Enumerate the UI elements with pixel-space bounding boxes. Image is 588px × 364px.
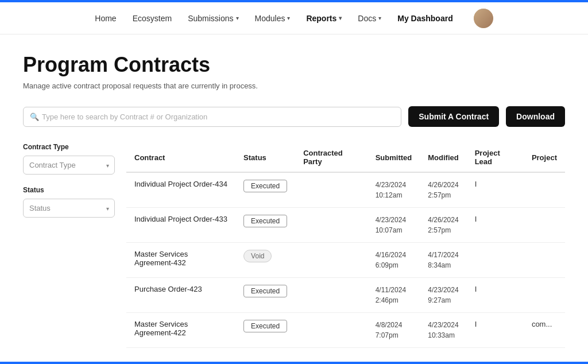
nav-links: Home Ecosystem Submissions ▾ Modules ▾ R… [95,9,493,28]
cell-contract: Individual Project Order-434 [126,172,235,208]
cell-status: Executed [235,208,295,243]
cell-modified: 4/26/20242:57pm [420,208,466,243]
col-project-lead: Project Lead [467,143,524,172]
cell-contracted-party [295,208,368,243]
cell-project-lead: I [467,208,524,243]
cell-status: Executed [235,313,295,348]
nav-item-docs[interactable]: Docs ▾ [358,14,381,23]
modules-chevron-icon: ▾ [287,15,290,21]
cell-modified: 4/23/20249:27am [420,278,466,313]
contracts-table: Contract Status Contracted Party Submitt… [126,143,565,348]
cell-project [524,243,565,278]
cell-modified: 4/17/20248:34am [420,243,466,278]
nav-label-docs: Docs [358,14,376,23]
cell-project: com... [524,313,565,348]
filter-contract-type-group: Contract Type Contract Type ▾ [23,143,115,175]
cell-submitted: 4/8/20247:07pm [368,313,420,348]
filter-status-wrap: Status ▾ [23,199,115,218]
cell-submitted: 4/11/20242:46pm [368,278,420,313]
nav-item-ecosystem[interactable]: Ecosystem [133,14,172,23]
col-contract: Contract [126,143,235,172]
sidebar-filters: Contract Type Contract Type ▾ Status Sta… [23,143,126,348]
cell-project-lead [467,243,524,278]
page-title: Program Contracts [23,53,565,77]
cell-contract: Individual Project Order-433 [126,208,235,243]
search-icon: 🔍 [30,113,39,121]
cell-project [524,208,565,243]
cell-contracted-party [295,243,368,278]
table-row[interactable]: Master Services Agreement-422 Executed 4… [126,313,565,348]
cell-project [524,172,565,208]
submissions-chevron-icon: ▾ [236,15,239,21]
filter-contract-type-wrap: Contract Type ▾ [23,156,115,175]
col-submitted: Submitted [368,143,420,172]
docs-chevron-icon: ▾ [378,15,381,21]
col-project: Project [524,143,565,172]
controls-row: 🔍 Submit A Contract Download [23,106,565,127]
table-row[interactable]: Purchase Order-423 Executed 4/11/20242:4… [126,278,565,313]
cell-contracted-party [295,278,368,313]
nav-label-submissions: Submissions [188,14,233,23]
bottom-border [0,362,588,364]
cell-project-lead: I [467,278,524,313]
cell-contracted-party [295,313,368,348]
filter-contract-type-select[interactable]: Contract Type [23,156,115,175]
cell-submitted: 4/23/202410:07am [368,208,420,243]
cell-modified: 4/26/20242:57pm [420,172,466,208]
download-button[interactable]: Download [506,106,565,127]
cell-contract: Purchase Order-423 [126,278,235,313]
nav-item-home[interactable]: Home [95,14,116,23]
search-wrap: 🔍 [23,107,401,127]
cell-contract: Master Services Agreement-432 [126,243,235,278]
nav-label-ecosystem: Ecosystem [133,14,172,23]
cell-status: Void [235,243,295,278]
cell-submitted: 4/16/20246:09pm [368,243,420,278]
cell-submitted: 4/23/202410:12am [368,172,420,208]
avatar [474,9,493,28]
cell-project-lead: I [467,313,524,348]
filter-contract-type-label: Contract Type [23,143,115,151]
avatar-image [474,9,493,28]
filter-status-group: Status Status ▾ [23,186,115,218]
filter-status-select[interactable]: Status [23,199,115,218]
page-content: Program Contracts Manage active contract… [0,34,588,364]
cell-contracted-party [295,172,368,208]
cell-modified: 4/23/202410:33am [420,313,466,348]
navbar: Home Ecosystem Submissions ▾ Modules ▾ R… [0,2,588,34]
page-subtitle: Manage active contract proposal requests… [23,82,565,90]
table-row[interactable]: Individual Project Order-434 Executed 4/… [126,172,565,208]
col-modified: Modified [420,143,466,172]
table-row[interactable]: Individual Project Order-433 Executed 4/… [126,208,565,243]
nav-item-dashboard[interactable]: My Dashboard [397,14,452,23]
cell-project [524,278,565,313]
col-status: Status [235,143,295,172]
table-header: Contract Status Contracted Party Submitt… [126,143,565,172]
nav-item-submissions[interactable]: Submissions ▾ [188,14,238,23]
reports-chevron-icon: ▾ [339,15,342,21]
nav-label-modules: Modules [255,14,285,23]
cell-status: Executed [235,172,295,208]
col-contracted-party: Contracted Party [295,143,368,172]
main-layout: Contract Type Contract Type ▾ Status Sta… [23,143,565,348]
nav-item-reports[interactable]: Reports ▾ [306,14,342,23]
nav-item-modules[interactable]: Modules ▾ [255,14,291,23]
submit-contract-button[interactable]: Submit A Contract [408,106,499,127]
nav-label-home: Home [95,14,116,23]
nav-label-dashboard: My Dashboard [397,14,452,23]
search-input[interactable] [23,107,401,127]
filter-status-label: Status [23,186,115,194]
table-wrap: Contract Status Contracted Party Submitt… [126,143,565,348]
table-row[interactable]: Master Services Agreement-432 Void 4/16/… [126,243,565,278]
cell-status: Executed [235,278,295,313]
cell-contract: Master Services Agreement-422 [126,313,235,348]
cell-project-lead: I [467,172,524,208]
table-body: Individual Project Order-434 Executed 4/… [126,172,565,348]
nav-label-reports: Reports [306,14,336,23]
